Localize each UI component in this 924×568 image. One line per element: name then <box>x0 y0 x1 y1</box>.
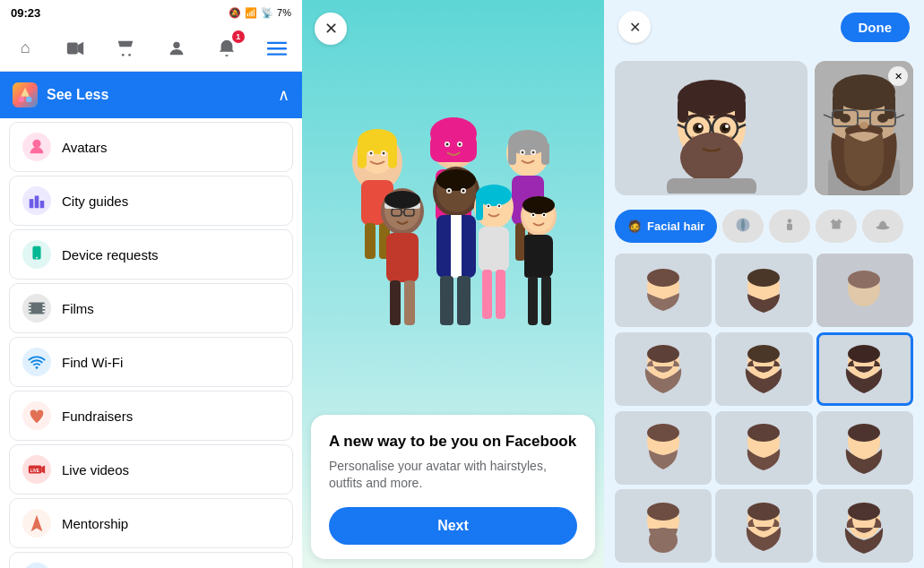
status-time: 09:23 <box>11 6 40 20</box>
fundraisers-icon <box>22 401 51 430</box>
svg-rect-13 <box>35 196 39 209</box>
svg-point-43 <box>382 152 384 155</box>
svg-point-131 <box>725 125 729 128</box>
svg-marker-28 <box>31 515 43 531</box>
menu-item-most-recent[interactable]: Most recent <box>9 552 293 568</box>
hair-option-11[interactable] <box>715 489 812 563</box>
photo-close-button[interactable]: ✕ <box>888 66 908 86</box>
svg-rect-0 <box>67 42 78 54</box>
svg-rect-12 <box>30 199 34 208</box>
live-videos-icon: LIVE <box>22 455 51 484</box>
hair-option-6[interactable] <box>816 332 913 406</box>
svg-point-52 <box>445 143 448 146</box>
city-guides-label: City guides <box>62 194 128 209</box>
nav-profile[interactable] <box>160 32 193 65</box>
svg-point-64 <box>521 151 523 154</box>
menu-item-avatars[interactable]: Avatars <box>9 122 293 172</box>
svg-rect-61 <box>508 142 516 165</box>
find-wifi-icon <box>22 348 51 376</box>
svg-rect-7 <box>267 53 287 55</box>
menu-item-live-videos[interactable]: LIVE Live videos <box>9 444 293 495</box>
avatar-scene <box>302 0 604 406</box>
wifi-icon: 📶 <box>245 7 257 19</box>
tab-outfit[interactable] <box>816 210 857 243</box>
svg-point-2 <box>122 53 125 56</box>
nav-marketplace[interactable] <box>109 32 142 65</box>
mute-icon: 🔕 <box>229 7 241 19</box>
see-less-header[interactable]: See Less ∧ <box>0 72 302 118</box>
nav-home[interactable]: ⌂ <box>9 32 41 65</box>
hair-option-8[interactable] <box>715 411 812 485</box>
hair-option-no-hair[interactable] <box>816 254 913 327</box>
svg-rect-23 <box>42 311 45 313</box>
svg-rect-19 <box>42 304 45 306</box>
left-panel: 09:23 🔕 📶 📡 7% ⌂ 1 <box>0 0 302 568</box>
middle-close-button[interactable]: ✕ <box>315 13 347 45</box>
svg-rect-38 <box>358 142 367 168</box>
menu-item-find-wifi[interactable]: Find Wi-Fi <box>9 337 293 387</box>
hair-option-10[interactable] <box>615 489 712 563</box>
svg-rect-45 <box>365 223 376 259</box>
info-card-title: A new way to be you on Facebook <box>329 433 577 451</box>
svg-point-10 <box>26 97 32 103</box>
films-label: Films <box>62 301 94 316</box>
svg-point-151 <box>877 114 888 123</box>
hair-option-1[interactable] <box>615 254 712 327</box>
hair-option-9[interactable] <box>816 411 913 485</box>
device-requests-icon <box>22 240 51 269</box>
menu-item-device-requests[interactable]: Device requests <box>9 229 293 280</box>
menu-item-city-guides[interactable]: City guides <box>9 176 293 226</box>
hair-option-2[interactable] <box>715 254 812 327</box>
fundraisers-label: Fundraisers <box>62 409 133 424</box>
done-button[interactable]: Done <box>841 13 911 42</box>
svg-point-83 <box>436 169 476 191</box>
live-videos-label: Live videos <box>62 462 129 478</box>
svg-point-108 <box>531 214 533 216</box>
svg-rect-90 <box>390 280 401 325</box>
mentorship-icon <box>22 509 51 538</box>
svg-point-24 <box>36 366 39 369</box>
svg-point-110 <box>542 214 544 216</box>
svg-point-3 <box>129 53 132 56</box>
nav-menu[interactable] <box>261 32 293 65</box>
tab-body[interactable] <box>769 210 810 243</box>
chevron-up-icon: ∧ <box>278 85 289 105</box>
svg-rect-112 <box>524 235 531 278</box>
svg-rect-155 <box>787 224 792 231</box>
svg-rect-113 <box>528 276 538 325</box>
status-bar: 09:23 🔕 📶 📡 7% <box>0 0 302 25</box>
right-close-button[interactable]: ✕ <box>618 11 651 43</box>
svg-text:LIVE: LIVE <box>30 469 39 473</box>
tab-hat[interactable] <box>862 210 903 243</box>
svg-rect-39 <box>388 142 397 168</box>
menu-item-fundraisers[interactable]: Fundraisers <box>9 391 293 441</box>
hair-option-5[interactable] <box>715 332 812 406</box>
svg-point-159 <box>647 269 679 287</box>
svg-rect-5 <box>267 41 287 43</box>
films-icon <box>22 294 51 323</box>
nav-video[interactable] <box>59 32 91 65</box>
tab-facial-hair[interactable]: 🧔 Facial hair <box>615 210 717 243</box>
menu-item-films[interactable]: Films <box>9 283 293 333</box>
nav-notifications[interactable]: 1 <box>211 32 243 65</box>
menu-item-mentorship[interactable]: Mentorship <box>9 498 293 548</box>
menu-list: Avatars City guides Device requests Film… <box>0 118 302 568</box>
svg-point-4 <box>173 41 179 47</box>
hair-option-7[interactable] <box>615 411 712 485</box>
next-button[interactable]: Next <box>329 507 577 545</box>
outfit-tab-icon <box>828 217 844 236</box>
facial-hair-tab-icon: 🧔 <box>627 219 642 233</box>
svg-point-152 <box>859 122 868 129</box>
device-requests-label: Device requests <box>62 247 159 262</box>
hair-option-12[interactable] <box>816 489 913 563</box>
right-top-bar: ✕ Done <box>604 0 924 54</box>
svg-point-9 <box>19 97 25 103</box>
svg-point-130 <box>698 125 702 128</box>
hair-option-4[interactable] <box>615 332 712 406</box>
nav-bar: ⌂ 1 <box>0 25 302 72</box>
svg-rect-78 <box>386 233 419 282</box>
tab-color[interactable] <box>722 210 764 243</box>
info-card: A new way to be you on Facebook Personal… <box>311 415 595 559</box>
svg-rect-80 <box>404 280 415 325</box>
avatars-icon <box>22 133 51 161</box>
